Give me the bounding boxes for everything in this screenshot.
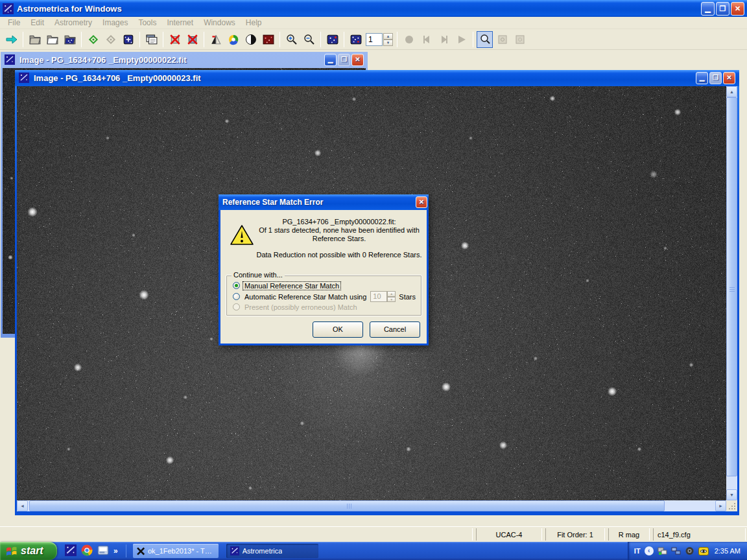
- ref-stars-icon[interactable]: [85, 31, 101, 48]
- menu-astrometry[interactable]: Astrometry: [49, 17, 97, 29]
- dialog-close-icon[interactable]: ✕: [416, 196, 427, 208]
- step-forward-icon: [436, 31, 452, 48]
- menu-internet[interactable]: Internet: [161, 17, 198, 29]
- toolbar-separator: [320, 32, 321, 47]
- close-button[interactable]: ✕: [731, 2, 744, 16]
- spinner-down-icon: ▼: [387, 297, 396, 303]
- maximize-button[interactable]: ❐: [338, 54, 350, 66]
- manual-match-option[interactable]: Manual Reference Star Match: [233, 281, 340, 290]
- blink-image-icon[interactable]: [260, 31, 276, 48]
- tray-collapse-chevron[interactable]: ‹: [645, 546, 654, 555]
- automatic-match-label[interactable]: Automatic Reference Star Match using: [243, 293, 368, 301]
- vertical-scrollbar[interactable]: ▲ ▼: [726, 86, 737, 500]
- star-match-icon[interactable]: [324, 31, 340, 48]
- panel-3-icon: [512, 31, 528, 48]
- close-button[interactable]: ✕: [351, 54, 364, 66]
- horizontal-scrollbar[interactable]: ◄ ►: [17, 500, 726, 511]
- minimize-button[interactable]: ▁: [696, 72, 708, 84]
- scroll-down-icon[interactable]: ▼: [726, 489, 737, 500]
- webcam-icon[interactable]: [685, 546, 694, 556]
- vertical-scroll-thumb[interactable]: [726, 97, 737, 476]
- warning-icon: [230, 224, 254, 248]
- frame-spinner-value[interactable]: 1: [366, 33, 383, 46]
- close-button[interactable]: ✕: [723, 72, 735, 84]
- astrometrica-quicklaunch-icon[interactable]: [65, 544, 77, 557]
- menu-windows[interactable]: Windows: [198, 17, 241, 29]
- spinner-down-icon[interactable]: ▼: [383, 40, 393, 46]
- clock[interactable]: 2:35 AM: [715, 547, 741, 555]
- cancel-button[interactable]: Cancel: [370, 321, 420, 338]
- thumb-grip: [729, 287, 735, 292]
- image-window-23-titlebar[interactable]: Image - PG_1634+706 _Empty00000023.fit ▁…: [15, 70, 739, 86]
- zoom-in-icon[interactable]: [283, 31, 300, 48]
- present-match-label: Present (possibly erroneous) Match: [243, 303, 359, 311]
- toolbar-separator: [81, 32, 82, 47]
- taskbar-button-editor[interactable]: ok_1Feb2013* - The...: [133, 544, 219, 558]
- astrometrica-doc-icon: [19, 73, 30, 84]
- message-line-2: Of 1 stars detected, none have been iden…: [255, 226, 423, 235]
- radio-icon[interactable]: [233, 293, 240, 300]
- background-icon[interactable]: [208, 31, 224, 48]
- menu-images[interactable]: Images: [97, 17, 133, 29]
- frame-spinner[interactable]: 1 ▲▼: [366, 33, 393, 46]
- start-label: start: [21, 545, 43, 557]
- toolbar-separator: [163, 32, 163, 47]
- ok-button[interactable]: OK: [313, 321, 363, 338]
- resize-grip[interactable]: [726, 500, 737, 511]
- add-stars-icon[interactable]: [120, 31, 136, 48]
- exit-icon[interactable]: [3, 31, 19, 48]
- menu-help[interactable]: Help: [241, 17, 267, 29]
- taskbar-button-astrometrica[interactable]: Astrometrica: [226, 544, 318, 558]
- spinner-up-icon[interactable]: ▲: [383, 33, 393, 40]
- image-window-23-title: Image - PG_1634+706 _Empty00000023.fit: [34, 73, 696, 83]
- taskbar-separator: [126, 544, 126, 557]
- windows-flag-icon: [5, 545, 18, 557]
- minimize-button[interactable]: ▁: [324, 54, 337, 66]
- radio-selected-icon[interactable]: [233, 282, 240, 289]
- open-new-image-icon[interactable]: [44, 31, 60, 48]
- zoom-out-icon[interactable]: [301, 31, 317, 48]
- toolbar-separator: [279, 32, 280, 47]
- scroll-left-icon[interactable]: ◄: [17, 500, 28, 511]
- taskbar-button-label: ok_1Feb2013* - The...: [148, 547, 215, 555]
- reference-star-match-error-dialog: Reference Star Match Error ✕ PG_1634+706…: [219, 194, 429, 345]
- quicklaunch-overflow-chevron[interactable]: »: [113, 546, 118, 555]
- menu-edit[interactable]: Edit: [25, 17, 49, 29]
- chrome-icon[interactable]: [81, 544, 93, 557]
- menu-file[interactable]: File: [3, 17, 25, 29]
- app-shortcut-icon[interactable]: [97, 544, 109, 557]
- delete-star-icon[interactable]: [167, 31, 183, 48]
- start-button[interactable]: start: [0, 542, 57, 560]
- dialog-titlebar[interactable]: Reference Star Match Error ✕: [219, 194, 429, 210]
- menu-bar: File Edit Astrometry Images Tools Intern…: [0, 17, 747, 29]
- magnifier-panel-icon[interactable]: [477, 31, 493, 48]
- x-app-icon: [137, 547, 145, 555]
- network-connection-icon[interactable]: [671, 546, 681, 556]
- open-star-image-icon[interactable]: [62, 31, 78, 48]
- automatic-match-option[interactable]: Automatic Reference Star Match using 10 …: [233, 292, 417, 301]
- minimize-button[interactable]: ▁: [701, 2, 715, 16]
- toolbar-separator: [397, 32, 397, 47]
- scroll-right-icon[interactable]: ►: [715, 500, 726, 511]
- horizontal-scroll-thumb[interactable]: [29, 500, 665, 511]
- mdi-client-area: Image - PG_1634+706 _Empty00000022.fit ▁…: [0, 50, 747, 526]
- restore-button[interactable]: ❐: [716, 2, 729, 16]
- image-window-22-titlebar[interactable]: Image - PG_1634+706 _Empty00000022.fit ▁…: [3, 52, 366, 68]
- language-indicator[interactable]: IT: [634, 547, 641, 555]
- stack-images-icon[interactable]: [348, 31, 364, 48]
- color-wheel-icon[interactable]: [225, 31, 241, 48]
- contrast-icon[interactable]: [243, 31, 259, 48]
- image-window-22-title: Image - PG_1634+706 _Empty00000022.fit: [19, 55, 324, 65]
- network-status-icon[interactable]: [658, 546, 667, 556]
- manual-match-label[interactable]: Manual Reference Star Match: [243, 282, 340, 290]
- app-title: Astrometrica for Windows: [17, 4, 701, 14]
- menu-tools[interactable]: Tools: [133, 17, 161, 29]
- eye-monitor-icon[interactable]: [698, 546, 708, 556]
- scroll-up-icon[interactable]: ▲: [726, 86, 737, 97]
- maximize-button[interactable]: ❐: [709, 72, 722, 84]
- delete-all-icon[interactable]: [184, 31, 200, 48]
- play-icon: [453, 31, 469, 48]
- report-window-icon[interactable]: [143, 31, 160, 48]
- status-fit-order: Fit Order: 1: [545, 528, 605, 541]
- open-image-icon[interactable]: [27, 31, 43, 48]
